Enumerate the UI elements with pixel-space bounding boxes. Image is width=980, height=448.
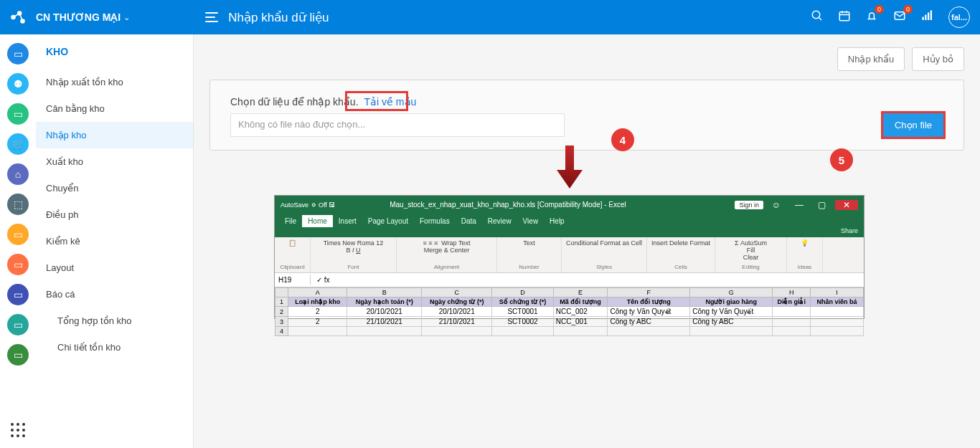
excel-tab-review[interactable]: Review (482, 215, 517, 227)
import-button[interactable]: Nhập khẩu (837, 47, 905, 71)
rail-icon-7[interactable]: ▭ (7, 224, 29, 245)
rail-icon-6[interactable]: ⬚ (7, 194, 29, 215)
highlight-box-5 (881, 111, 946, 139)
sidebar-item-6[interactable]: Kiểm kê (36, 228, 193, 254)
app-logo[interactable] (0, 8, 36, 27)
excel-face-icon: ☺ (766, 200, 786, 210)
avatar[interactable]: fal... (948, 6, 970, 28)
svg-rect-7 (925, 15, 926, 21)
mail-badge: 0 (903, 5, 913, 14)
sidebar-item-7[interactable]: Layout (36, 254, 193, 281)
excel-tab-file[interactable]: File (279, 215, 302, 227)
excel-signin[interactable]: Sign in (735, 201, 763, 209)
rail-icon-3[interactable]: ▭ (7, 103, 29, 125)
hamburger-icon[interactable] (205, 12, 218, 22)
sidebar-item-5[interactable]: Điều ph (36, 201, 193, 228)
excel-tab-help[interactable]: Help (544, 215, 570, 227)
sidebar-item-1[interactable]: Cân bằng kho (36, 95, 193, 122)
sidebar-item-4[interactable]: Chuyển (36, 175, 193, 201)
company-name[interactable]: CN THƯƠNG MẠI (36, 11, 121, 23)
svg-rect-4 (839, 12, 849, 21)
sidebar-item-3[interactable]: Xuất kho (36, 148, 193, 175)
company-dropdown-icon[interactable]: ⌄ (123, 13, 130, 22)
excel-tab-home[interactable]: Home (302, 215, 333, 227)
excel-filename: Mau_stock_ex_nhap_xuat_kho_nhap_kho.xls … (390, 201, 626, 209)
import-card: Chọn dữ liệu để nhập khẩu. Tải về mẫu Kh… (209, 80, 964, 151)
svg-rect-8 (928, 13, 929, 21)
sidebar-item-10[interactable]: Chi tiết tồn kho (36, 334, 193, 361)
rail-icon-9[interactable]: ▭ (7, 284, 29, 305)
svg-rect-6 (923, 17, 924, 21)
sidebar-item-9[interactable]: Tổng hợp tồn kho (36, 308, 193, 334)
svg-point-3 (812, 11, 820, 19)
signal-icon[interactable] (921, 9, 934, 25)
excel-close-icon[interactable]: ✕ (835, 200, 858, 210)
app-header: CN THƯƠNG MẠI ⌄ Nhập khẩu dữ liệu 0 0 fa… (0, 0, 980, 34)
bell-badge: 0 (875, 5, 884, 14)
main-content: Nhập khẩu Hủy bỏ Chọn dữ liệu để nhập kh… (194, 34, 980, 448)
sidebar: KHO Nhập xuất tồn kho Cân bằng kho Nhập … (36, 34, 194, 448)
excel-max-icon[interactable]: ▢ (812, 200, 832, 210)
excel-tab-formulas[interactable]: Formulas (414, 215, 456, 227)
bell-icon[interactable]: 0 (865, 9, 878, 25)
calendar-icon[interactable] (838, 9, 851, 25)
mail-icon[interactable]: 0 (892, 9, 907, 25)
search-icon[interactable] (811, 9, 824, 25)
excel-tab-view[interactable]: View (517, 215, 545, 227)
excel-tab-pagelayout[interactable]: Page Layout (362, 215, 414, 227)
excel-ribbon-tabs: File Home Insert Page Layout Formulas Da… (275, 214, 864, 227)
sidebar-item-0[interactable]: Nhập xuất tồn kho (36, 69, 193, 95)
rail-icon-2[interactable]: ⚉ (7, 73, 29, 95)
excel-share[interactable]: Share (841, 227, 858, 234)
sidebar-item-8[interactable]: Báo cá (36, 281, 193, 308)
step-bubble-4: 4 (611, 128, 634, 151)
rail-icon-4[interactable]: 🛒 (7, 133, 29, 155)
excel-tab-insert[interactable]: Insert (333, 215, 362, 227)
file-input[interactable]: Không có file nào được chọn... (230, 113, 565, 137)
prompt-text: Chọn dữ liệu để nhập khẩu. (230, 96, 359, 108)
page-title: Nhập khẩu dữ liệu (228, 10, 329, 25)
rail-icon-11[interactable]: ▭ (7, 344, 29, 366)
rail-icon-1[interactable]: ▭ (7, 43, 29, 65)
rail-icon-10[interactable]: ▭ (7, 314, 29, 335)
cancel-button[interactable]: Hủy bỏ (912, 47, 964, 71)
rail-icon-8[interactable]: ▭ (7, 254, 29, 275)
step-bubble-5: 5 (830, 148, 853, 171)
excel-min-icon[interactable]: — (789, 200, 809, 210)
import-prompt: Chọn dữ liệu để nhập khẩu. Tải về mẫu (230, 96, 943, 108)
highlight-box-4 (345, 91, 408, 111)
excel-grid[interactable]: ABCDEFGHI 1Loại nhập khoNgày hạch toán (… (275, 287, 864, 336)
excel-autosave: AutoSave ⭘ Off 🖫 (281, 201, 335, 209)
sidebar-item-2[interactable]: Nhập kho (36, 122, 193, 148)
sidebar-title: KHO (36, 34, 193, 69)
arrow-icon (557, 146, 583, 189)
excel-ribbon: 📋Clipboard Times New Roma 12B I UFont ≡ … (275, 237, 864, 273)
svg-rect-9 (930, 11, 932, 21)
apps-menu-icon[interactable] (11, 423, 26, 438)
rail-icon-5[interactable]: ⌂ (7, 163, 29, 185)
excel-cell-name[interactable]: H19 (275, 275, 311, 285)
icon-rail: ▭ ⚉ ▭ 🛒 ⌂ ⬚ ▭ ▭ ▭ ▭ ▭ (0, 34, 36, 448)
excel-tab-data[interactable]: Data (456, 215, 482, 227)
excel-preview: AutoSave ⭘ Off 🖫 Mau_stock_ex_nhap_xuat_… (274, 195, 864, 319)
